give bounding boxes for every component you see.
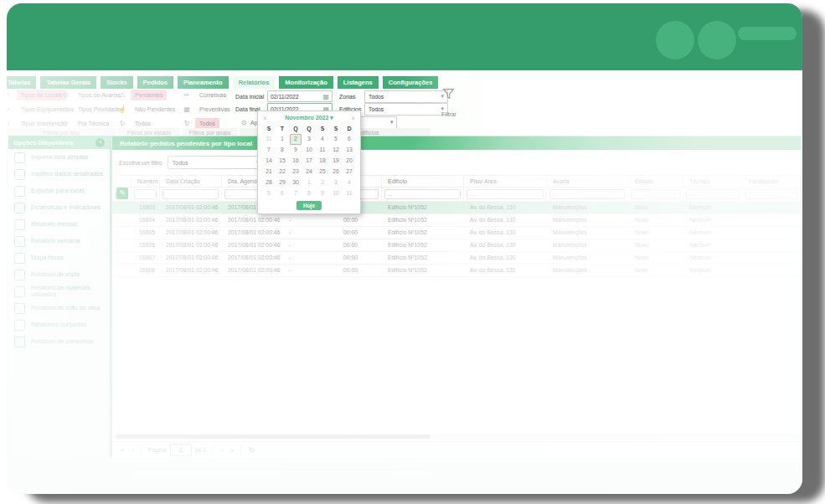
- calendar-day[interactable]: 1: [276, 134, 289, 145]
- horizontal-scrollbar[interactable]: [114, 434, 799, 440]
- calendar-day[interactable]: 18: [316, 156, 329, 167]
- menu-tab[interactable]: Monitorização: [279, 76, 333, 89]
- column-header[interactable]: Edifício: [382, 176, 464, 187]
- calendar-day[interactable]: 20: [343, 156, 356, 167]
- calendar-day[interactable]: 1: [302, 177, 316, 188]
- page-number-input[interactable]: [170, 444, 192, 456]
- next-month-icon[interactable]: ›: [352, 114, 354, 122]
- menu-tab[interactable]: Stocks: [101, 76, 133, 89]
- table-row[interactable]: 16808 2017/08/01 02:00:46 2017/08/01 02:…: [112, 265, 801, 277]
- sidebar-item[interactable]: Mapa horas: [8, 249, 110, 266]
- menu-tab[interactable]: Configurações: [383, 76, 439, 89]
- calendar-day[interactable]: 26: [329, 167, 343, 177]
- filter-group-button[interactable]: Preventivas: [195, 104, 235, 115]
- calendar-day[interactable]: 9: [289, 145, 302, 156]
- filter-state-button[interactable]: Não Pendentes: [131, 104, 179, 115]
- column-filter-input[interactable]: ...: [549, 189, 626, 199]
- prev-month-icon[interactable]: ‹: [264, 114, 266, 122]
- calendar-day[interactable]: 21: [262, 167, 276, 177]
- sidebar-item[interactable]: Imprimir lista simples: [8, 149, 110, 166]
- calendar-day[interactable]: 8: [276, 145, 289, 156]
- collapse-sidebar-icon[interactable]: ‹: [95, 138, 105, 147]
- today-button[interactable]: Hoje: [296, 201, 322, 210]
- calendar-day[interactable]: 5: [329, 134, 343, 145]
- calendar-day[interactable]: 15: [276, 156, 289, 167]
- sidebar-item[interactable]: Relatório de consumos: [8, 333, 110, 350]
- calendar-day[interactable]: 5: [262, 188, 276, 199]
- calendar-day[interactable]: 2: [316, 177, 329, 188]
- sidebar-item[interactable]: Exportar para excel: [8, 183, 110, 199]
- column-header[interactable]: Estado: [629, 176, 683, 187]
- calendar-day[interactable]: 10: [302, 145, 316, 156]
- calendar-day[interactable]: 9: [316, 188, 329, 199]
- sidebar-item[interactable]: Relatório mensal: [8, 216, 110, 233]
- calendar-day[interactable]: 28: [262, 177, 276, 188]
- column-filter-input[interactable]: [162, 189, 219, 199]
- calendar-day[interactable]: 16: [289, 156, 302, 167]
- filter-type-button[interactable]: Tipos de Locais: [17, 90, 66, 100]
- column-filter-input[interactable]: ...: [384, 189, 461, 199]
- calendar-day[interactable]: 10: [329, 188, 343, 199]
- column-filter-input[interactable]: ...: [632, 189, 680, 199]
- column-header[interactable]: Técnico: [683, 176, 743, 187]
- calendar-day[interactable]: 24: [302, 167, 316, 177]
- choose-filter-select[interactable]: Todos▾: [168, 156, 265, 169]
- column-header[interactable]: Fornecedor: [743, 176, 801, 187]
- sidebar-item[interactable]: Imprimir dados detalhados: [8, 166, 110, 183]
- sidebar-item[interactable]: Relatório de mão de obra: [8, 300, 110, 316]
- calendar-day[interactable]: 22: [276, 167, 289, 177]
- menu-tab[interactable]: Relatórios: [233, 76, 276, 89]
- reload-icon[interactable]: ↻: [248, 445, 255, 455]
- edit-pencil-button[interactable]: ✎: [116, 188, 128, 199]
- month-year-dropdown[interactable]: Novembro 2022 ▾: [285, 115, 333, 121]
- table-row[interactable]: 16807 2017/08/01 02:00:46 2017/08/01 02:…: [112, 252, 801, 265]
- column-filter-input[interactable]: ...: [745, 189, 797, 199]
- prev-page-button[interactable]: ‹: [131, 446, 134, 455]
- filter-button-label[interactable]: Filtrar: [436, 111, 462, 117]
- first-page-button[interactable]: «: [121, 446, 125, 455]
- column-header[interactable]: Data Criação: [160, 176, 222, 187]
- calendar-day[interactable]: 29: [276, 177, 289, 188]
- sidebar-item[interactable]: Relatório de materiais utilizados: [8, 283, 110, 300]
- sidebar-item[interactable]: Estatísticas e Indicadores: [8, 199, 110, 216]
- menu-tab[interactable]: Listagens: [338, 76, 379, 89]
- filter-funnel-icon[interactable]: [441, 87, 456, 101]
- next-page-button[interactable]: ›: [220, 446, 223, 455]
- table-row[interactable]: 16806 2017/08/01 02:00:46 2017/08/01 02:…: [112, 239, 801, 252]
- calendar-day[interactable]: 19: [329, 156, 343, 167]
- sidebar-item[interactable]: Relatório semanal: [8, 233, 110, 249]
- filter-state-button[interactable]: Pendentes: [131, 90, 167, 100]
- calendar-day[interactable]: 12: [329, 145, 343, 156]
- column-filter-input[interactable]: ...: [686, 189, 740, 199]
- menu-tab[interactable]: Tabelas Gerais: [40, 76, 96, 89]
- calendar-day[interactable]: 27: [343, 167, 356, 177]
- calendar-day[interactable]: 31: [262, 134, 276, 145]
- filter-group-button[interactable]: Corretivas: [195, 90, 230, 100]
- sidebar-item[interactable]: Relatório de visita: [8, 266, 110, 283]
- table-row[interactable]: 16805 2017/08/01 02:00:46 2017/08/01 02:…: [112, 227, 801, 239]
- calendar-day[interactable]: 7: [262, 145, 276, 156]
- calendar-day[interactable]: 4: [343, 177, 356, 188]
- scrollbar-thumb[interactable]: [116, 435, 431, 439]
- column-header[interactable]: [112, 176, 131, 187]
- calendar-day[interactable]: 11: [316, 145, 329, 156]
- calendar-day[interactable]: 7: [289, 188, 302, 199]
- date-start-input[interactable]: 02/11/2022▦: [267, 90, 333, 102]
- menu-tab[interactable]: Tabelas: [7, 76, 36, 89]
- calendar-day[interactable]: 17: [302, 156, 316, 167]
- calendar-day[interactable]: 6: [343, 134, 356, 145]
- calendar-day[interactable]: 4: [316, 134, 329, 145]
- menu-tab[interactable]: Pedidos: [137, 76, 173, 89]
- menu-tab[interactable]: Planeamento: [178, 76, 229, 89]
- calendar-grid-icon[interactable]: ▦: [322, 93, 329, 100]
- column-filter-input[interactable]: ...: [467, 189, 544, 199]
- calendar-day[interactable]: 6: [276, 188, 289, 199]
- sidebar-item[interactable]: Relatórios conjuntos: [8, 316, 110, 333]
- calendar-day[interactable]: 8: [302, 188, 316, 199]
- calendar-day[interactable]: 2: [290, 134, 302, 145]
- calendar-day[interactable]: 11: [343, 188, 356, 199]
- calendar-day[interactable]: 14: [262, 156, 276, 167]
- column-header[interactable]: Avaria: [547, 176, 629, 187]
- last-page-button[interactable]: »: [229, 446, 234, 455]
- calendar-day[interactable]: 30: [289, 177, 302, 188]
